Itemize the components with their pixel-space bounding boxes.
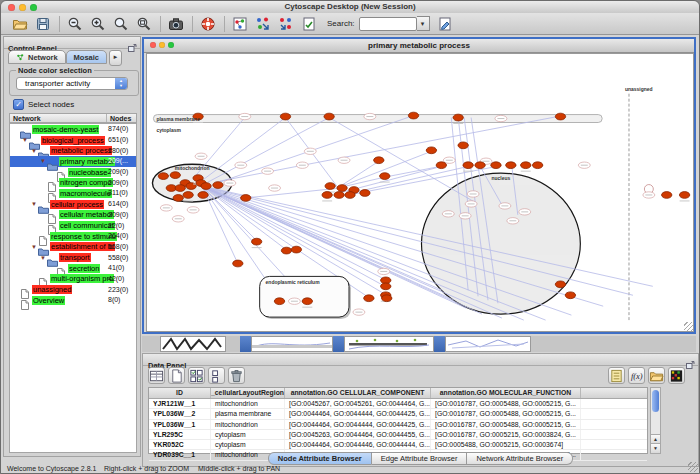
table-cell[interactable]: [GO:0044464, GO:0044444, GO:0044425, G..… [285, 409, 431, 418]
table-cell[interactable]: [GO:0044464, GO:0044444, GO:0044425, G..… [285, 420, 431, 429]
table-row-ypl036w__2[interactable]: YPL036W__2plasma membrane[GO:0044464, GO… [149, 409, 647, 419]
background-window-edge[interactable] [434, 336, 445, 352]
table-row-ypl036w__1[interactable]: YPL036W__1mitochondrion[GO:0044464, GO:0… [149, 420, 647, 430]
background-window-edge[interactable] [240, 336, 251, 352]
table-cell[interactable]: YPL036W__1 [149, 420, 211, 429]
tree-row-primary-metabol[interactable]: ▼primary metabol209(... [10, 156, 136, 167]
more-tabs-arrow[interactable]: ► [109, 50, 122, 66]
select-nodes-checkbox[interactable]: ✓ [13, 99, 24, 110]
status-bar: Welcome to Cytoscape 2.8.1 Right-click +… [1, 467, 699, 474]
node-count: 874(0) [108, 124, 128, 134]
zoom-fit-icon[interactable] [135, 15, 153, 33]
tree-row-establishment-of-lo[interactable]: ▼establishment of lo558(0) [10, 242, 136, 253]
import-folder-icon[interactable] [648, 367, 665, 384]
tab-edge-attribute-browser[interactable]: Edge Attribute Browser [372, 452, 468, 465]
expand-arrow-icon[interactable]: ▼ [30, 199, 38, 209]
network-view-window[interactable]: primary metabolic process plasma membran… [142, 37, 696, 334]
trash-icon[interactable] [228, 367, 245, 384]
tree-row-secretion[interactable]: secretion41(0) [10, 263, 136, 274]
function-icon[interactable]: f(x) [628, 367, 645, 384]
table-cell[interactable]: cytoplasm [211, 430, 285, 439]
annotation-edit-icon[interactable] [436, 15, 454, 33]
search-dropdown-button[interactable]: ▾ [417, 16, 430, 31]
network-overview-icon[interactable] [231, 15, 249, 33]
table-cell[interactable]: [GO:0016787, GO:0005488, GO:0005215, G..… [431, 420, 581, 429]
table-cell[interactable]: YLR295C [149, 430, 211, 439]
table-cell[interactable]: plasma membrane [211, 409, 285, 418]
tree-row-biological-process[interactable]: ▼biological_process651(0) [10, 135, 136, 146]
zoom-out-icon[interactable] [66, 15, 84, 33]
select-attributes-icon[interactable] [188, 367, 205, 384]
table-cell[interactable]: [GO:0045263, GO:0044464, GO:0044455, G..… [285, 430, 431, 439]
new-page-icon[interactable] [168, 367, 185, 384]
float-panel-icon[interactable] [128, 38, 137, 46]
expand-arrow-icon[interactable]: ▼ [21, 135, 29, 145]
tree-row-cell-communicat[interactable]: cell communicat22(0) [10, 220, 136, 231]
zoom-selected-icon[interactable] [112, 15, 130, 33]
network-canvas[interactable]: plasma membranecytoplasmmitochondrionnuc… [146, 53, 694, 332]
tab-mosaic[interactable]: Mosaic [66, 50, 107, 64]
column-header-3[interactable]: annotation.GO CELLULAR_COMPONENT [285, 388, 431, 398]
tree-row-cellular-process[interactable]: ▼cellular process614(0) [10, 199, 136, 210]
tree-row-nitrogen-compo[interactable]: nitrogen compo209(0) [10, 177, 136, 188]
column-header-1[interactable]: ID [149, 388, 211, 398]
save-icon[interactable] [34, 15, 52, 33]
background-window[interactable] [160, 336, 226, 352]
manage-networks-icon[interactable] [300, 15, 318, 33]
scrollbar-thumb[interactable] [652, 390, 659, 412]
table-row-yjr121w__1[interactable]: YJR121W__1mitochondrion[GO:0045267, GO:0… [149, 399, 647, 409]
background-window[interactable] [445, 336, 531, 352]
background-window[interactable] [251, 336, 333, 352]
tab-node-attribute-browser[interactable]: Node Attribute Browser [268, 452, 372, 465]
layout-a-icon[interactable] [254, 15, 272, 33]
background-window[interactable] [344, 336, 434, 352]
expand-arrow-icon[interactable]: ▼ [30, 146, 38, 156]
table-icon[interactable] [148, 367, 165, 384]
table-cell[interactable]: [GO:0016787, GO:0005488, GO:0005215, G..… [431, 409, 581, 418]
tree-row-cellular-metabol[interactable]: cellular metabol209(0) [10, 210, 136, 221]
tree-row-overview[interactable]: Overview8(0) [10, 295, 136, 306]
table-cell[interactable]: [GO:0045267, GO:0045261, GO:0044464, G..… [285, 399, 431, 408]
search-input[interactable] [359, 17, 417, 31]
table-cell[interactable]: YJR121W__1 [149, 399, 211, 408]
network-window-titlebar[interactable]: primary metabolic process [144, 39, 694, 53]
notes-icon[interactable] [608, 367, 625, 384]
table-cell[interactable]: mitochondrion [211, 420, 285, 429]
snapshot-camera-icon[interactable] [167, 15, 185, 33]
table-cell[interactable]: [GO:0016787, GO:0005215, GO:0003824, G..… [431, 430, 581, 439]
tree-row-multi-organism-pro[interactable]: multi-organism pro42(0) [10, 274, 136, 285]
matrix-icon[interactable] [668, 367, 685, 384]
unselect-attributes-icon[interactable] [208, 367, 225, 384]
tree-column-network[interactable]: Network [10, 114, 107, 122]
tab-network-attribute-browser[interactable]: Network Attribute Browser [467, 452, 573, 465]
float-panel-icon[interactable] [686, 355, 695, 363]
expand-arrow-icon[interactable]: ▼ [39, 253, 47, 263]
expand-arrow-icon[interactable]: ▼ [30, 242, 38, 252]
tree-row-transport[interactable]: ▼transport558(0) [10, 252, 136, 263]
tree-column-nodes[interactable]: Nodes [107, 114, 131, 122]
column-header-4[interactable]: annotation.GO MOLECULAR_FUNCTION [431, 388, 581, 398]
expand-arrow-icon[interactable]: ▼ [39, 156, 47, 166]
table-cell[interactable]: [GO:0016787, GO:0005488, GO:0005215, G..… [431, 399, 581, 408]
table-scrollbar[interactable]: ▲ ▼ [650, 387, 661, 454]
app-resize-grip[interactable] [688, 462, 698, 472]
help-lifesaver-icon[interactable] [199, 15, 217, 33]
background-window-edge[interactable] [333, 336, 344, 352]
tree-row-nucleobase-[interactable]: nucleobase-209(0) [10, 167, 136, 178]
tree-row-macromolecule[interactable]: macromolecule311(0) [10, 188, 136, 199]
table-cell[interactable]: YPL036W__2 [149, 409, 211, 418]
table-row-ylr295c[interactable]: YLR295Ccytoplasm[GO:0045263, GO:0044464,… [149, 430, 647, 440]
tree-row-mosaic-demo-yeast[interactable]: mosaic-demo-yeast874(0) [10, 124, 136, 135]
tree-row-metabolic-process[interactable]: ▼metabolic process280(0) [10, 145, 136, 156]
open-folder-icon[interactable] [11, 15, 29, 33]
node-color-dropdown[interactable]: transporter activity ▲▼ [16, 77, 128, 90]
table-cell[interactable]: mitochondrion [211, 399, 285, 408]
tree-row-response-to-stimulu[interactable]: response to stimulu264(0) [10, 231, 136, 242]
layout-b-icon[interactable] [277, 15, 295, 33]
zoom-in-icon[interactable] [89, 15, 107, 33]
tab-network[interactable]: Network [8, 50, 66, 64]
column-header-2[interactable]: _cellularLayoutRegion [211, 388, 285, 398]
network-window-resize-grip[interactable] [684, 322, 693, 331]
tree-row-unassigned[interactable]: unassigned223(0) [10, 284, 136, 295]
data-panel-toolbar: f(x) [143, 366, 698, 386]
